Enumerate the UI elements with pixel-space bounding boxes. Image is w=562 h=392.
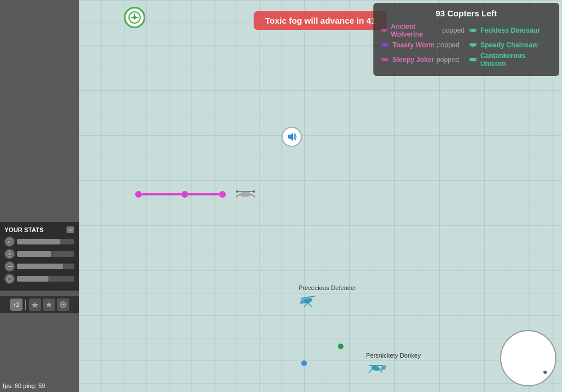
stat-fill-health <box>17 239 60 244</box>
svg-line-37 <box>304 303 308 307</box>
svg-line-42 <box>369 369 372 373</box>
svg-point-29 <box>240 191 251 197</box>
svg-marker-2 <box>132 15 137 20</box>
speed-icon <box>6 251 13 257</box>
stat-bar-defense <box>17 276 74 282</box>
svg-point-40 <box>371 366 380 372</box>
fps-ping-text: fps: 60 ping: 59 <box>3 382 45 389</box>
stat-icon-defense <box>5 274 15 284</box>
ability-button-2[interactable] <box>43 299 55 311</box>
score-right-1: Feckless Dinosaur <box>468 26 552 34</box>
persnickety-donkey-copter <box>366 360 386 376</box>
stat-icon-speed <box>5 249 15 259</box>
svg-line-32 <box>251 194 255 197</box>
persnickety-donkey-area: Persnickety Donkey <box>366 352 421 378</box>
svg-line-38 <box>308 303 312 307</box>
scoreboard-title: 93 Copters Left <box>380 8 552 18</box>
pink-copter-icon-3 <box>380 56 390 63</box>
player-speedy-chainsaw: Speedy Chainsaw <box>480 41 538 49</box>
game-area: Toxic fog will advance in 41 93 Copters … <box>79 0 562 392</box>
pink-copter-icon-1 <box>380 27 389 34</box>
stats-title-text: YOUR STATS <box>5 226 43 233</box>
score-row-3: Sleepy Joker popped Cantankerous Unicorn <box>380 52 552 68</box>
defense-icon <box>6 275 13 282</box>
stat-bar-speed <box>17 251 74 257</box>
stats-minimize-button[interactable]: − <box>66 226 74 233</box>
toolbar-divider-1 <box>25 300 26 310</box>
ability-icon-1 <box>32 301 38 308</box>
score-left-3: Sleepy Joker popped <box>380 56 465 64</box>
score-left-2: Toasty Worm popped <box>380 41 465 49</box>
player-ancient-wolverine: Ancient Wolverine <box>391 23 440 38</box>
svg-point-33 <box>236 190 238 193</box>
teal-copter-icon-3 <box>468 56 478 63</box>
hp-dot-3 <box>219 191 226 198</box>
fps-ping: fps: 60 ping: 59 <box>3 382 45 389</box>
minimap-dot <box>543 371 547 374</box>
score-right-3: Cantankerous Unicorn <box>468 52 552 68</box>
stat-fill-defense <box>17 276 48 282</box>
fog-alert: Toxic fog will advance in 41 <box>254 11 387 30</box>
level-button[interactable]: +2 <box>10 299 23 311</box>
bottom-toolbar: +2 <box>0 296 79 313</box>
level-label: +2 <box>13 302 19 308</box>
green-copter-icon <box>128 11 141 24</box>
player-feckless-dinosaur: Feckless Dinosaur <box>480 26 540 34</box>
ability-icon-3 <box>60 301 66 308</box>
health-icon: ♥ <box>6 238 13 245</box>
ability-button-1[interactable] <box>29 299 41 311</box>
stats-title: YOUR STATS − <box>5 226 74 233</box>
hp-dot-2 <box>181 191 188 198</box>
svg-marker-28 <box>288 133 293 141</box>
persnickety-donkey-label: Persnickety Donkey <box>366 352 421 359</box>
teal-copter-icon-2 <box>468 42 478 48</box>
hp-segment-2 <box>188 193 219 195</box>
ability-button-3[interactable] <box>57 299 69 311</box>
stats-panel: YOUR STATS − ♥ <box>0 222 79 291</box>
svg-point-34 <box>253 190 255 193</box>
player-copter-area <box>135 186 257 203</box>
enemy-copter-svg <box>234 186 257 203</box>
stat-bar-health <box>17 239 74 244</box>
teal-copter-icon-1 <box>468 27 478 34</box>
svg-line-31 <box>236 194 240 197</box>
green-dot <box>338 344 344 349</box>
stat-row-attack <box>5 261 74 271</box>
svg-marker-54 <box>46 302 52 308</box>
score-row-2: Toasty Worm popped Speedy Chainsaw <box>380 41 552 49</box>
score-row-1: Ancient Wolverine popped Feckless Dinosa… <box>380 23 552 38</box>
sound-icon <box>286 131 297 142</box>
score-left-1: Ancient Wolverine popped <box>380 23 465 38</box>
svg-marker-53 <box>32 302 38 308</box>
svg-point-48 <box>8 253 11 255</box>
pink-copter-icon-2 <box>380 42 390 48</box>
sound-button[interactable] <box>282 127 302 147</box>
player-toasty-worm: Toasty Worm <box>392 41 435 49</box>
stat-row-defense <box>5 274 74 284</box>
precocious-defender-label: Precocious Defender <box>298 284 356 291</box>
left-panel <box>0 0 79 392</box>
player-cantankerous-unicorn: Cantankerous Unicorn <box>480 52 552 68</box>
copter-indicator <box>124 7 145 28</box>
fog-alert-text: Toxic fog will advance in 41 <box>265 16 376 25</box>
attack-icon <box>6 263 13 270</box>
svg-line-36 <box>301 296 315 299</box>
svg-text:♥: ♥ <box>8 240 10 244</box>
stat-fill-speed <box>17 251 51 257</box>
stat-icon-health: ♥ <box>5 237 15 247</box>
stat-icon-attack <box>5 261 15 271</box>
scoreboard: 93 Copters Left Ancient Wolverine popped <box>373 3 559 76</box>
hp-bar <box>135 191 226 198</box>
hp-segment-1 <box>142 193 181 195</box>
hp-dot-1 <box>135 191 142 198</box>
stat-fill-attack <box>17 264 63 269</box>
precocious-defender-copter <box>298 293 318 309</box>
blue-dot <box>301 360 307 366</box>
enemy-copter-near <box>234 186 257 203</box>
ability-icon-2 <box>46 301 52 308</box>
stat-bar-attack <box>17 264 74 269</box>
score-right-2: Speedy Chainsaw <box>468 41 552 49</box>
precocious-defender-area: Precocious Defender <box>298 284 356 311</box>
player-sleepy-joker: Sleepy Joker <box>392 56 434 64</box>
minimap <box>500 330 556 386</box>
